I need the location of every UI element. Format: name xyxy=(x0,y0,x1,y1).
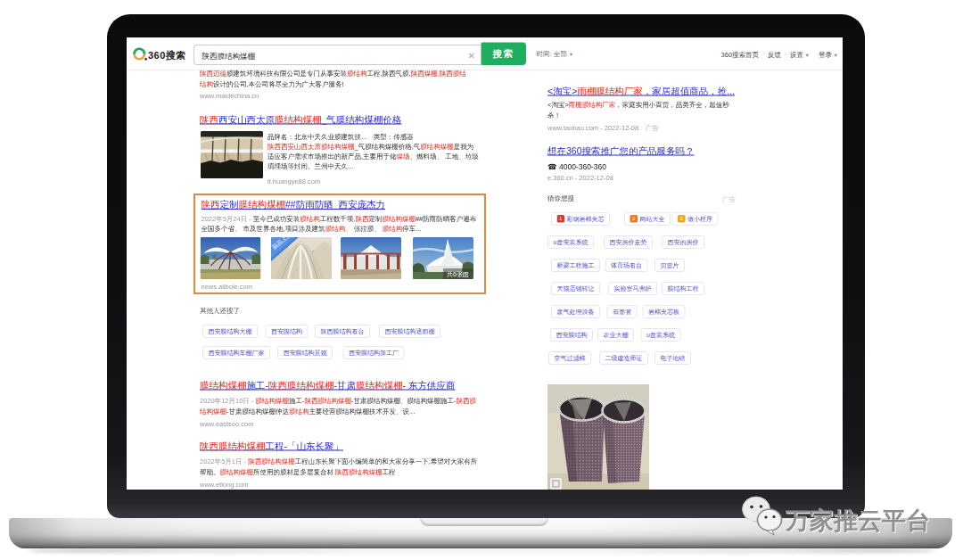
svg-text:共6张图: 共6张图 xyxy=(447,271,469,278)
